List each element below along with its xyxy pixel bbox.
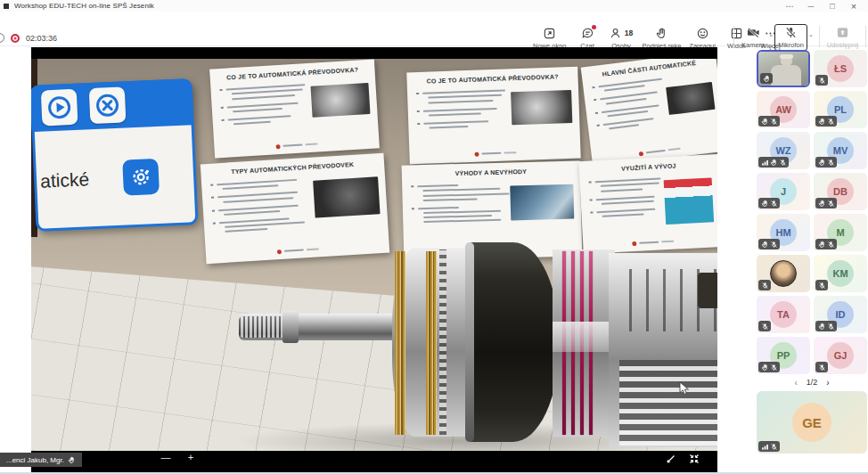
slide-vyuziti: VYUŽITÍ A VÝVOJ: [578, 154, 717, 254]
shaft-spline-tip: [239, 316, 285, 338]
mic-off-icon: [761, 282, 769, 290]
microphone-button[interactable]: Mikrofon: [774, 24, 807, 51]
participant-tile[interactable]: ŁS: [814, 50, 867, 87]
app-window: Workshop EDU-TECH on-line SPŠ Jesenik 02…: [0, 0, 868, 474]
hand-icon: [763, 75, 771, 83]
tile-badges: [758, 280, 771, 290]
tile-badges: [760, 73, 773, 84]
participant-tile[interactable]: KM: [814, 255, 867, 292]
participant-tile[interactable]: J: [757, 173, 810, 210]
slide-image: [511, 184, 575, 221]
window-more-icon[interactable]: [779, 0, 800, 12]
mic-off-icon: [770, 364, 778, 372]
participant-tile[interactable]: PP: [757, 337, 810, 374]
participant-tile[interactable]: MV: [814, 132, 867, 169]
slide-co-je-to-1: CO JE TO AUTOMATICKÁ PŘEVODOVKA?: [209, 59, 380, 158]
participant-tile[interactable]: DB: [814, 173, 867, 210]
hand-raised-icon: [68, 456, 76, 464]
participant-tile[interactable]: PL: [814, 91, 867, 128]
slide-hlavni-casti: HLAVNÍ ČÁSTI AUTOMATICKÉ: [581, 59, 717, 168]
participants-pager: ‹ 1/2 ›: [757, 375, 867, 389]
window-maximize-icon[interactable]: [822, 0, 843, 12]
hand-icon: [818, 118, 826, 126]
participant-tile[interactable]: ID: [814, 296, 867, 333]
share-screen-button: Udostępnij: [824, 24, 861, 51]
stage-zoom-out-button[interactable]: —: [159, 452, 173, 462]
tile-badges: [815, 75, 828, 86]
hand-icon: [761, 200, 769, 208]
presenter-name-label: ...enci Jakub, Mgr.: [0, 453, 82, 467]
mic-off-icon: [779, 159, 787, 167]
hand-icon: [770, 159, 778, 167]
hand-icon: [761, 118, 769, 126]
fit-to-frame-icon[interactable]: [689, 454, 700, 464]
spotlight-tile[interactable]: GE: [757, 391, 867, 454]
gold-ring-band: [426, 251, 437, 435]
tile-badges: [815, 116, 837, 127]
avatar-initials: KM: [827, 260, 854, 287]
hub-teeth: [439, 249, 446, 435]
microphone-dropdown-chevron-icon[interactable]: ⌄: [808, 31, 814, 38]
raise-hand-icon: [655, 27, 668, 40]
avatar-initials: ŁS: [827, 55, 854, 82]
signal-icon: [761, 443, 769, 451]
vr-play-button: [41, 89, 78, 127]
react-smiley-icon: [696, 27, 709, 40]
hand-icon: [818, 323, 826, 331]
tile-badges: [758, 116, 780, 127]
mic-off-icon: [827, 241, 835, 249]
camera-button[interactable]: Kamera: [739, 24, 767, 51]
tile-badges: [815, 198, 837, 208]
tile-badges: [815, 280, 828, 290]
window-minimize-icon[interactable]: [800, 0, 822, 12]
tile-badges: [815, 362, 828, 372]
tile-badges: [815, 321, 837, 331]
chat-icon: [581, 27, 594, 40]
tile-badges: [815, 239, 837, 249]
hand-icon: [818, 241, 826, 249]
recording-indicator: 02:03:36: [0, 33, 57, 43]
people-icon: [610, 27, 623, 40]
mic-off-icon: [818, 282, 826, 290]
tile-badges: [758, 441, 780, 452]
slide-image: [511, 90, 572, 125]
pager-next-icon[interactable]: ›: [826, 378, 829, 388]
mic-off-icon: [784, 26, 798, 39]
hand-icon: [818, 159, 826, 167]
pager-prev-icon[interactable]: ‹: [794, 378, 797, 388]
participant-tile[interactable]: WZ: [757, 132, 810, 169]
window-titlebar: Workshop EDU-TECH on-line SPŠ Jesenik: [0, 0, 868, 12]
drum-lip: [465, 242, 474, 442]
slide-co-je-to-2: CO JE TO AUTOMATICKÁ PŘEVODOVKA?: [406, 67, 580, 165]
signal-icon: [761, 159, 769, 167]
slide-image: [311, 83, 371, 118]
share-screen-icon: [836, 26, 849, 39]
participants-sidebar: ŁSAWPLWZMVJDBHMMKMTAIDPPGJ ‹ 1/2 › GE: [757, 50, 867, 454]
mic-off-icon: [818, 364, 826, 372]
divider: [733, 26, 734, 47]
window-close-icon[interactable]: [843, 0, 864, 12]
clutch-drum-dark: [465, 242, 560, 442]
tile-badges: [815, 157, 837, 168]
gold-ring-band: [395, 251, 405, 435]
slide-image: [664, 177, 715, 225]
drum-stripes: [619, 360, 717, 445]
mic-off-icon: [770, 443, 778, 451]
camera-off-icon: [747, 26, 760, 39]
participant-tile[interactable]: GJ: [814, 337, 867, 374]
participant-tile[interactable]: TA: [757, 296, 810, 333]
stage-zoom-in-button[interactable]: +: [184, 452, 198, 462]
participant-tile[interactable]: M: [814, 214, 867, 251]
participant-tile[interactable]: HM: [757, 214, 810, 251]
pointer-tool-icon[interactable]: [666, 454, 676, 464]
participant-tile[interactable]: AW: [757, 91, 810, 128]
mic-off-icon: [761, 323, 769, 331]
spotlight-container: GE: [757, 391, 867, 454]
app-icon: [4, 4, 9, 9]
record-dot-icon: [11, 34, 20, 43]
tile-badges: [758, 239, 780, 249]
participant-photo-tile[interactable]: [757, 255, 810, 292]
camera-dropdown-chevron-icon[interactable]: ⌄: [768, 31, 774, 38]
avatar-initials: GE: [792, 403, 831, 442]
presenter-video-tile[interactable]: [757, 50, 810, 87]
